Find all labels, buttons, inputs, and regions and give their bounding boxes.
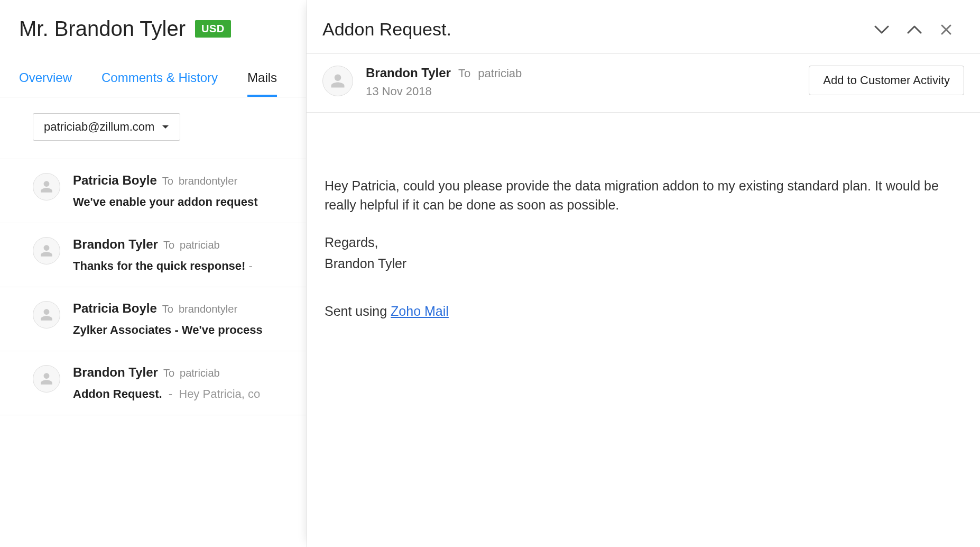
mail-list: Patricia Boyle To brandontyler We've ena… (0, 159, 306, 547)
mail-preview: Hey Patricia, co (179, 387, 260, 400)
email-filter-value: patriciab@zillum.com (44, 120, 154, 134)
zoho-mail-link[interactable]: Zoho Mail (391, 304, 449, 318)
next-mail-button[interactable] (874, 24, 889, 35)
detail-date: 13 Nov 2018 (366, 85, 796, 98)
mail-to-label: To (163, 239, 174, 251)
mail-body-paragraph: Hey Patricia, could you please provide t… (325, 176, 957, 215)
detail-to: patriciab (478, 67, 522, 80)
add-to-customer-activity-button[interactable]: Add to Customer Activity (809, 66, 964, 95)
mail-item[interactable]: Brandon Tyler To patriciab Thanks for th… (0, 223, 306, 287)
email-filter-dropdown[interactable]: patriciab@zillum.com (33, 113, 180, 141)
mail-preview-sep: - (169, 387, 172, 400)
tabs: Overview Comments & History Mails (0, 63, 306, 97)
prev-mail-button[interactable] (907, 24, 922, 35)
tab-comments-history[interactable]: Comments & History (101, 63, 218, 97)
mail-subject: Zylker Associates - We've process (73, 323, 263, 336)
filter-row: patriciab@zillum.com (0, 97, 306, 159)
mail-subject: Thanks for the quick response! (73, 259, 245, 272)
mail-from: Patricia Boyle (73, 173, 157, 188)
tab-overview[interactable]: Overview (19, 63, 72, 97)
close-button[interactable] (940, 23, 953, 36)
mail-body: Hey Patricia, could you please provide t… (307, 113, 980, 344)
customer-header: Mr. Brandon Tyler USD (0, 0, 306, 53)
mail-to: patriciab (180, 239, 220, 251)
tab-mails[interactable]: Mails (247, 63, 277, 97)
chevron-down-icon (162, 124, 169, 130)
mail-from: Patricia Boyle (73, 301, 157, 316)
currency-badge: USD (195, 20, 231, 38)
avatar (33, 173, 60, 200)
sent-using-label: Sent using (325, 304, 391, 318)
avatar (33, 301, 60, 329)
mail-preview-sep: - (249, 259, 253, 272)
avatar (33, 237, 60, 265)
detail-header: Addon Request. (307, 0, 980, 54)
detail-meta: Brandon Tyler To patriciab 13 Nov 2018 A… (307, 54, 980, 113)
mail-to: brandontyler (179, 303, 237, 315)
mail-to-label: To (162, 175, 173, 187)
mail-item[interactable]: Patricia Boyle To brandontyler We've ena… (0, 159, 306, 223)
detail-from: Brandon Tyler (366, 66, 451, 80)
mail-to-label: To (163, 367, 174, 379)
avatar (33, 365, 60, 393)
left-panel: Mr. Brandon Tyler USD Overview Comments … (0, 0, 307, 547)
mail-item[interactable]: Brandon Tyler To patriciab Addon Request… (0, 351, 306, 415)
mail-subject: We've enable your addon request (73, 195, 258, 208)
customer-name: Mr. Brandon Tyler (19, 17, 186, 41)
mail-to: brandontyler (179, 175, 237, 187)
detail-panel: Addon Request. Brandon Tyler (307, 0, 980, 547)
mail-regards: Regards, (325, 233, 957, 252)
mail-from: Brandon Tyler (73, 365, 158, 380)
mail-subject: Addon Request. (73, 387, 162, 400)
mail-item[interactable]: Patricia Boyle To brandontyler Zylker As… (0, 287, 306, 351)
mail-to: patriciab (180, 367, 220, 379)
mail-to-label: To (162, 303, 173, 315)
detail-to-label: To (458, 67, 470, 80)
mail-signature: Brandon Tyler (325, 254, 957, 273)
mail-from: Brandon Tyler (73, 237, 158, 252)
avatar (322, 66, 353, 96)
detail-title: Addon Request. (322, 19, 874, 40)
